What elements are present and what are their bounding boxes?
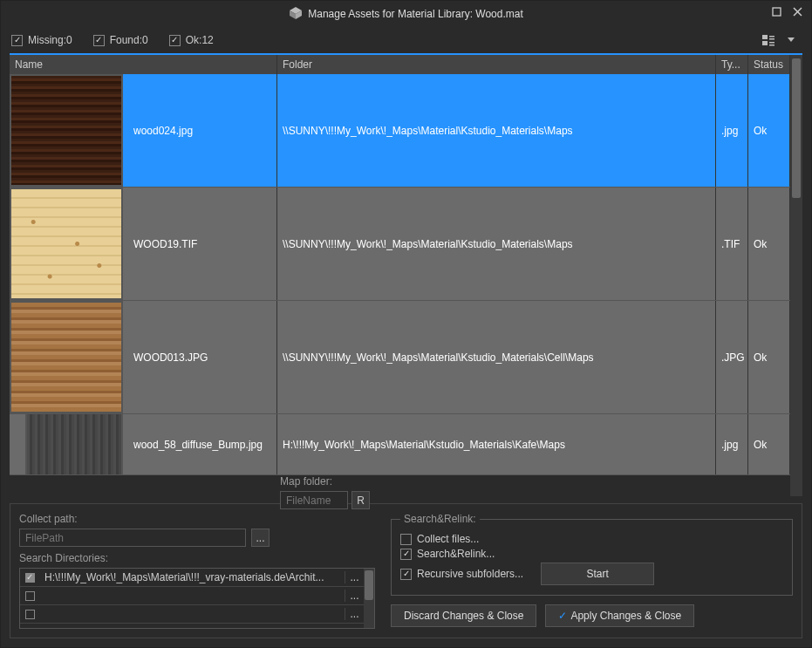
r-button[interactable]: R [351, 491, 370, 509]
table-row[interactable]: WOOD013.JPG\\SUNNY\!!!My_Work\!_Maps\Mat… [10, 301, 790, 414]
filter-toolbar: Missing:0 Found:0 Ok:12 [1, 27, 811, 53]
col-folder[interactable]: Folder [277, 55, 716, 74]
dir-browse-button[interactable]: ... [345, 571, 364, 583]
asset-type: .TIF [716, 188, 748, 300]
map-folder-label: Map folder: [280, 475, 332, 488]
asset-type: .JPG [716, 301, 748, 413]
asset-type: .jpg [716, 74, 748, 187]
svg-rect-7 [762, 41, 768, 45]
asset-type: .jpg [716, 414, 748, 474]
search-dir-row[interactable]: ... [20, 587, 364, 605]
dropdown-icon[interactable] [781, 31, 801, 50]
dir-scrollbar[interactable] [364, 569, 374, 628]
asset-folder: \\SUNNY\!!!My_Work\!_Maps\Material\Kstud… [277, 188, 716, 300]
browse-collect-path[interactable]: ... [251, 529, 270, 547]
filter-ok[interactable]: Ok:12 [169, 34, 214, 46]
dir-browse-button[interactable]: ... [345, 608, 364, 620]
svg-rect-3 [773, 8, 781, 16]
search-relink-group: Search&Relink: Collect files... Search&R… [391, 513, 793, 596]
search-dirs-label: Search Directories: [19, 552, 375, 564]
recursive-checkbox[interactable]: Recursive subfolders... [400, 568, 523, 580]
asset-folder: \\SUNNY\!!!My_Work\!_Maps\Material\Kstud… [277, 74, 716, 187]
collect-files-checkbox[interactable]: Collect files... [400, 533, 479, 545]
dir-browse-button[interactable]: ... [345, 590, 364, 602]
start-button[interactable]: Start [541, 563, 654, 585]
filter-found[interactable]: Found:0 [93, 34, 148, 46]
thumbnail [10, 301, 123, 413]
thumbnail [10, 188, 123, 300]
col-status[interactable]: Status [748, 55, 790, 74]
asset-folder: \\SUNNY\!!!My_Work\!_Maps\Material\Kstud… [277, 301, 716, 413]
svg-rect-6 [762, 35, 768, 39]
dir-checkbox[interactable] [20, 573, 39, 583]
collect-path-label: Collect path: [19, 513, 78, 525]
discard-button[interactable]: Discard Changes & Close [391, 604, 536, 627]
collect-path-input[interactable] [19, 529, 246, 547]
asset-status: Ok [748, 414, 790, 474]
map-folder-input[interactable] [280, 491, 348, 509]
svg-rect-8 [769, 36, 774, 38]
app-icon [289, 6, 303, 23]
thumbnail [10, 74, 123, 187]
window-title: Manage Assets for Material Library: Wood… [308, 8, 523, 20]
col-type[interactable]: Ty... [716, 55, 748, 74]
table-row[interactable]: WOOD19.TIF\\SUNNY\!!!My_Work\!_Maps\Mate… [10, 188, 790, 301]
dir-path: H:\!!!My_Work\!_Maps\Material\!!!_vray-m… [39, 571, 345, 583]
check-icon: ✓ [558, 610, 567, 622]
bottom-panel: Collect path: ... Map folder: R Search D… [10, 503, 802, 638]
svg-rect-10 [769, 42, 774, 44]
thumbnail [25, 414, 123, 474]
vertical-scrollbar[interactable] [790, 55, 802, 496]
view-mode-icon[interactable] [759, 31, 778, 50]
asset-name: WOOD19.TIF [133, 238, 197, 250]
table-body: wood024.jpg\\SUNNY\!!!My_Work\!_Maps\Mat… [10, 74, 790, 496]
asset-folder: H:\!!!My_Work\!_Maps\Material\Kstudio_Ma… [277, 414, 716, 474]
svg-rect-11 [769, 44, 774, 46]
search-dirs-list: H:\!!!My_Work\!_Maps\Material\!!!_vray-m… [19, 568, 375, 629]
asset-name: wood_58_diffuse_Bump.jpg [133, 439, 263, 451]
asset-name: wood024.jpg [133, 125, 193, 137]
asset-status: Ok [748, 301, 790, 413]
search-dir-row[interactable]: ... [20, 605, 364, 624]
dir-checkbox[interactable] [20, 591, 39, 601]
titlebar: Manage Assets for Material Library: Wood… [1, 1, 811, 27]
search-relink-checkbox[interactable]: Search&Relink... [400, 548, 495, 560]
asset-name: WOOD013.JPG [133, 351, 208, 364]
col-name[interactable]: Name [10, 55, 277, 74]
asset-status: Ok [748, 74, 790, 187]
table-row[interactable]: wood_58_diffuse_Bump.jpgH:\!!!My_Work\!_… [10, 414, 790, 475]
filter-missing[interactable]: Missing:0 [11, 34, 72, 46]
svg-marker-12 [788, 38, 795, 42]
asset-status: Ok [748, 188, 790, 300]
search-dir-row[interactable]: H:\!!!My_Work\!_Maps\Material\!!!_vray-m… [20, 569, 364, 587]
dir-checkbox[interactable] [20, 610, 39, 619]
scrollbar-thumb[interactable] [792, 58, 801, 198]
asset-table: Name Folder Ty... Status wood024.jpg\\SU… [10, 53, 802, 496]
svg-rect-9 [769, 38, 774, 40]
close-button[interactable] [790, 4, 804, 18]
table-row[interactable]: wood024.jpg\\SUNNY\!!!My_Work\!_Maps\Mat… [10, 74, 790, 188]
apply-button[interactable]: ✓Apply Changes & Close [545, 604, 694, 627]
table-header: Name Folder Ty... Status [10, 55, 790, 74]
maximize-button[interactable] [769, 4, 783, 18]
